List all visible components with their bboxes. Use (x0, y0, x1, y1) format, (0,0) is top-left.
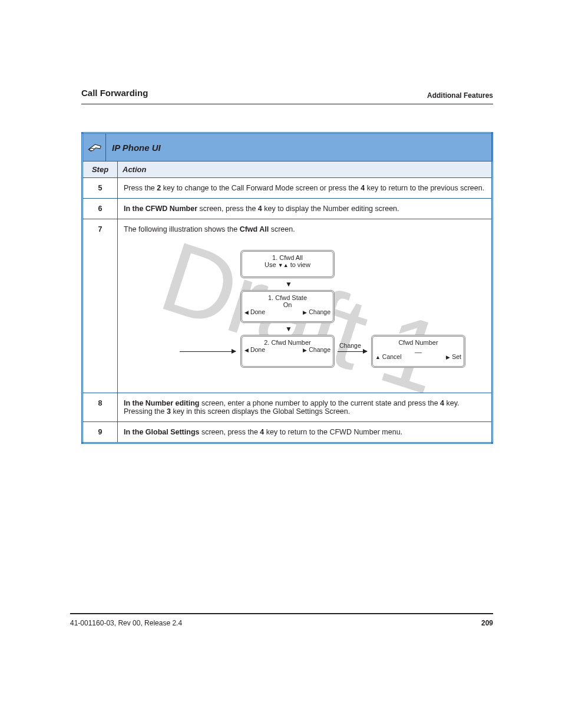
section-rule (81, 104, 493, 104)
triangle-right-icon: ▶ (446, 354, 450, 360)
table-row: 9 In the Global Settings screen, press t… (82, 422, 492, 443)
triangle-right-icon: ▶ (303, 309, 307, 315)
section-right: Additional Features (427, 91, 493, 100)
triangle-down-icon: ▼ (285, 280, 292, 288)
instruction-table: IP Phone UI Step Action 5 Press the 2 ke… (81, 132, 493, 444)
screen-hint: Use ▼▲ to view (242, 261, 333, 268)
table-row: 6 In the CFWD Number screen, press the 4… (82, 199, 492, 219)
table-row: 5 Press the 2 key to change to the Call … (82, 178, 492, 199)
screen-cfwd-state: 1. Cfwd State On ◀ Done ▶ Change (240, 290, 335, 323)
triangle-up-icon: ▲ (283, 262, 289, 268)
triangle-right-icon: ▶ (303, 347, 307, 353)
table-row: 7 The following illustration shows the C… (82, 219, 492, 393)
step-num: 8 (82, 393, 118, 422)
page-number: 209 (481, 619, 493, 627)
footer-left: 41-001160-03, Rev 00, Release 2.4 (70, 619, 182, 627)
table-header-title: IP Phone UI (106, 143, 161, 153)
triangle-left-icon: ◀ (244, 309, 249, 315)
screen-title: 1. Cfwd State (242, 294, 333, 301)
svg-point-0 (90, 148, 94, 150)
screen-value: __ (373, 346, 464, 353)
table-header: IP Phone UI (82, 133, 492, 162)
step-num: 7 (82, 219, 118, 393)
triangle-down-icon: ▼ (285, 325, 292, 333)
step-text: Press the 2 key to change to the Call Fo… (118, 178, 492, 199)
phone-icon (83, 134, 106, 161)
step-num: 5 (82, 178, 118, 199)
screen-cfwd-number: 2. Cfwd Number ◀ Done ▶ Change (240, 335, 335, 368)
screen-cfwd-number-edit: Cfwd Number __ ▲ Cancel ▶ Set (371, 335, 465, 368)
arrow-label: Change (339, 342, 361, 349)
arrow-right-icon (338, 351, 367, 352)
footer-rule (70, 613, 493, 614)
step-text: In the Number editing screen, enter a ph… (118, 393, 492, 422)
triangle-up-icon: ▲ (375, 354, 381, 360)
step-num: 6 (82, 199, 118, 219)
table-subheader: Step Action (82, 162, 492, 178)
col-action: Action (118, 162, 492, 178)
screen-title: 2. Cfwd Number (242, 339, 333, 346)
softkey-change: ▶ Change (303, 346, 330, 353)
screen-flow-diagram: 1. Cfwd All Use ▼▲ to view ▼ 1. Cfwd Sta… (124, 233, 485, 387)
section-left: Call Forwarding (81, 88, 148, 98)
step-text: In the CFWD Number screen, press the 4 k… (118, 199, 492, 219)
screen-title: 1. Cfwd All (242, 254, 333, 261)
softkey-done: ◀ Done (244, 308, 265, 315)
step-num: 9 (82, 422, 118, 443)
screen-cfwd-all: 1. Cfwd All Use ▼▲ to view (240, 250, 335, 278)
softkey-set: ▶ Set (446, 353, 461, 360)
triangle-down-icon: ▼ (278, 262, 283, 268)
col-step: Step (82, 162, 118, 178)
softkey-change: ▶ Change (303, 308, 330, 315)
softkey-cancel: ▲ Cancel (375, 353, 402, 360)
triangle-left-icon: ◀ (244, 347, 249, 353)
step-text: The following illustration shows the Cfw… (118, 219, 492, 393)
softkey-done: ◀ Done (244, 346, 265, 353)
step-text: In the Global Settings screen, press the… (118, 422, 492, 443)
screen-title: Cfwd Number (373, 339, 464, 346)
table-row: 8 In the Number editing screen, enter a … (82, 393, 492, 422)
screen-value: On (242, 301, 333, 308)
arrow-right-icon (180, 351, 236, 352)
